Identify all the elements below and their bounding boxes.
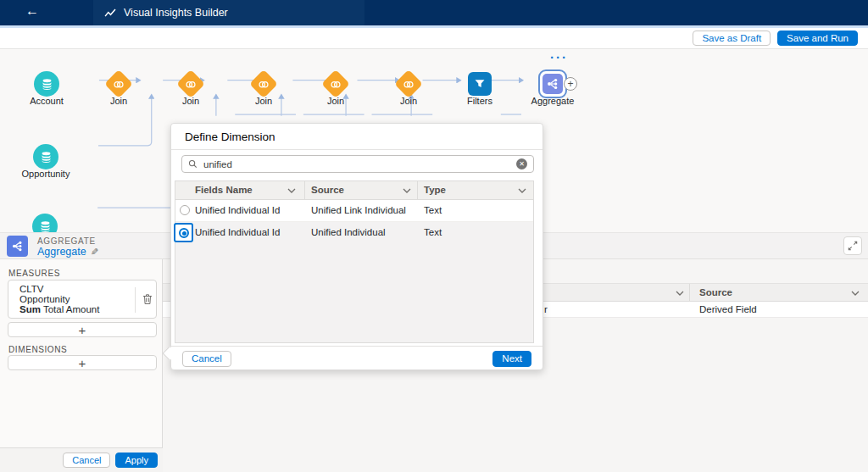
join-icon [403, 79, 415, 90]
node-aggregate[interactable] [538, 69, 567, 98]
node-account[interactable] [34, 71, 59, 97]
column-divider [304, 181, 305, 200]
preview-cell-source: Derived Field [699, 304, 757, 314]
node-type-label: AGGREGATE [37, 236, 96, 246]
fields-table-header: Fields Name Source Type [175, 181, 533, 200]
aggregate-icon [546, 77, 559, 91]
plus-icon: + [79, 356, 86, 370]
back-button[interactable]: ← [25, 3, 39, 19]
fields-table: Fields Name Source Type Unified Individu… [175, 180, 534, 343]
search-box: ✕ [181, 155, 534, 173]
clear-search-icon[interactable]: ✕ [516, 158, 527, 169]
join-icon [185, 79, 198, 90]
measure-name: CLTV [19, 284, 44, 294]
expand-preview-button[interactable] [843, 236, 862, 255]
search-icon [188, 159, 198, 169]
preview-source-header: Source [699, 287, 732, 297]
modal-next-button[interactable]: Next [492, 351, 531, 367]
chevron-down-icon[interactable] [287, 188, 296, 193]
aggregate-icon [11, 240, 24, 253]
node-opportunity[interactable] [33, 144, 58, 169]
node-name: Aggregate [37, 246, 86, 258]
add-dimension-button[interactable]: + [8, 355, 157, 370]
card-divider [135, 287, 136, 313]
node-overflow-dots[interactable]: ··· [550, 53, 568, 63]
trash-icon[interactable] [142, 293, 153, 305]
define-dimension-modal: Define Dimension ✕ Fields Name Source Ty… [170, 123, 543, 370]
measure-card[interactable]: CLTV Opportunity Sum Total Amount [8, 280, 157, 319]
chevron-down-icon[interactable] [851, 291, 860, 296]
plus-icon: + [567, 79, 573, 89]
node-label-join-2: Join [157, 96, 225, 106]
node-label-join-3: Join [230, 96, 298, 106]
panel-apply-button[interactable]: Apply [115, 453, 158, 468]
measure-aggregation: Sum Total Amount [19, 304, 99, 314]
join-icon [258, 79, 270, 90]
node-label-aggregate: Aggregate [519, 96, 587, 106]
node-name-edit[interactable]: Aggregate ✎ [37, 246, 98, 258]
column-divider [417, 181, 418, 200]
column-header-fields-name[interactable]: Fields Name [195, 185, 253, 195]
cell-type: Text [424, 227, 442, 237]
node-label-account: Account [13, 96, 81, 106]
preview-cell-partial: r [544, 304, 548, 314]
app-tab[interactable]: Visual Insights Builder [93, 0, 364, 25]
table-row-selected[interactable]: Unified Individual Id Unified Individual… [175, 222, 533, 244]
plus-icon: + [79, 323, 86, 337]
expand-icon [848, 241, 858, 251]
radio-row-1[interactable] [180, 205, 190, 215]
search-input[interactable] [202, 158, 512, 170]
aggregate-node-body [542, 74, 563, 94]
save-and-run-button[interactable]: Save and Run [777, 31, 858, 46]
node-label-filters: Filters [446, 96, 514, 106]
save-as-draft-button[interactable]: Save as Draft [693, 31, 771, 46]
panel-footer: Cancel Apply [0, 447, 163, 472]
join-icon [113, 79, 125, 90]
cell-fields-name: Unified Individual Id [195, 227, 280, 237]
modal-title: Define Dimension [185, 130, 275, 143]
app-title: Visual Insights Builder [124, 7, 228, 19]
aggregate-config-panel: MEASURES CLTV Opportunity Sum Total Amou… [0, 259, 163, 472]
database-icon [39, 220, 52, 233]
chevron-down-icon[interactable] [403, 188, 411, 193]
cell-fields-name: Unified Individual Id [195, 205, 280, 215]
column-header-source[interactable]: Source [311, 185, 344, 195]
panel-cancel-button[interactable]: Cancel [63, 453, 110, 468]
cell-type: Text [424, 205, 442, 215]
top-navbar: ← Visual Insights Builder [0, 0, 868, 25]
chevron-down-icon[interactable] [518, 188, 526, 193]
cell-source: Unified Link Individual [311, 205, 406, 215]
measure-source: Opportunity [19, 294, 70, 304]
node-label-join-1: Join [85, 96, 153, 106]
edit-pencil-icon[interactable]: ✎ [91, 247, 98, 258]
filter-icon [474, 78, 486, 90]
modal-cancel-button[interactable]: Cancel [182, 351, 231, 367]
node-label-join-4: Join [302, 96, 370, 106]
modal-header-divider [171, 149, 542, 150]
join-icon [330, 79, 342, 90]
column-header-type[interactable]: Type [424, 185, 446, 195]
chevron-down-icon[interactable] [676, 291, 684, 296]
modal-footer: Cancel Next [171, 346, 542, 370]
column-divider [689, 284, 690, 303]
measures-label: MEASURES [8, 269, 60, 278]
node-label-join-5: Join [375, 96, 442, 106]
dimensions-label: DIMENSIONS [8, 345, 67, 354]
add-node-button[interactable]: + [564, 77, 577, 91]
database-icon [41, 78, 53, 91]
node-label-opportunity: Opportunity [12, 169, 80, 179]
line-chart-icon [104, 8, 117, 18]
toolbar: Save as Draft Save and Run [0, 28, 868, 49]
database-icon [40, 151, 53, 164]
aggregate-badge-icon [7, 236, 28, 257]
cell-source: Unified Individual [311, 227, 386, 237]
node-filters[interactable] [468, 72, 492, 96]
add-measure-button[interactable]: + [8, 322, 157, 337]
table-row[interactable]: Unified Individual Id Unified Link Indiv… [175, 200, 533, 222]
radio-row-2-selected[interactable] [179, 228, 189, 238]
